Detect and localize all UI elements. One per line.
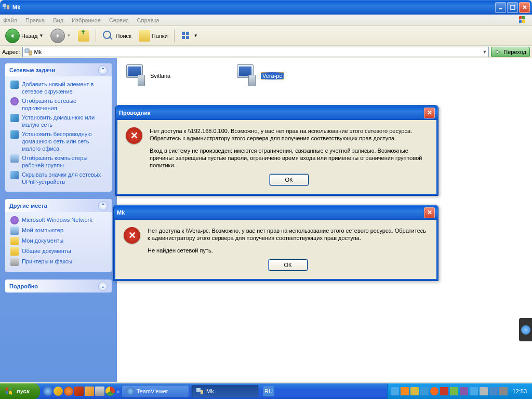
- svg-rect-4: [511, 5, 515, 9]
- address-icon: [24, 48, 33, 56]
- place-my-documents[interactable]: Мои документы: [10, 237, 107, 245]
- panel-header[interactable]: Сетевые задачи ⌃: [5, 63, 112, 76]
- close-button[interactable]: [519, 2, 530, 13]
- menu-file[interactable]: Файл: [3, 17, 17, 23]
- ok-button[interactable]: ОК: [270, 174, 309, 185]
- place-ms-network[interactable]: Microsoft Windows Network: [10, 216, 107, 224]
- volume-icon[interactable]: [480, 387, 488, 395]
- back-button[interactable]: Назад ▼: [2, 28, 46, 44]
- views-button[interactable]: ▼: [178, 29, 201, 43]
- start-button[interactable]: пуск: [0, 383, 40, 399]
- tray-icon[interactable]: [391, 387, 399, 395]
- task-show-workgroup[interactable]: Отобразить компьютеры рабочей группы: [10, 154, 107, 169]
- svg-rect-10: [29, 51, 32, 55]
- place-printers[interactable]: Принтеры и факсы: [10, 258, 107, 266]
- error-dialog-explorer: Проводник ✕ ✕ Нет доступа к \\192.168.0.…: [115, 105, 438, 196]
- panel-header[interactable]: Другие места ⌃: [5, 199, 112, 212]
- taskbar-teamviewer[interactable]: TeamViewer: [122, 385, 189, 397]
- ie-icon[interactable]: [43, 387, 52, 396]
- go-button[interactable]: Переход: [491, 47, 530, 57]
- tray-icon[interactable]: [450, 387, 458, 395]
- tray-icon[interactable]: [401, 387, 409, 395]
- task-hide-upnp[interactable]: Скрывать значки для сетевых UPnP-устройс…: [10, 171, 107, 185]
- teamviewer-widget[interactable]: [519, 318, 532, 341]
- details-panel: Подробно ⌄: [5, 280, 112, 292]
- dropdown-icon: ▼: [194, 33, 198, 38]
- chrome-icon[interactable]: [105, 387, 115, 396]
- chevron-right-icon[interactable]: »: [117, 389, 120, 394]
- task-label: Добавить новый элемент в сетевое окружен…: [22, 81, 107, 95]
- menu-edit[interactable]: Правка: [25, 17, 45, 23]
- svg-rect-6: [186, 32, 189, 35]
- dialog-close-button[interactable]: ✕: [424, 108, 435, 118]
- app-icon[interactable]: [54, 387, 63, 396]
- menu-favorites[interactable]: Избранное: [72, 17, 101, 23]
- taskbar: пуск » TeamViewer Mk RU 12:53: [0, 383, 532, 399]
- ok-button[interactable]: ОК: [269, 259, 308, 271]
- minimize-button[interactable]: [495, 2, 506, 13]
- tray-icon[interactable]: [430, 387, 438, 395]
- app-icon[interactable]: [85, 387, 94, 396]
- up-button[interactable]: [75, 29, 92, 43]
- views-icon: [181, 30, 192, 42]
- app-icon[interactable]: [95, 387, 104, 396]
- menu-view[interactable]: Вид: [53, 17, 63, 23]
- task-setup-wireless[interactable]: Установить беспроводную домашнюю сеть ил…: [10, 130, 107, 152]
- clock[interactable]: 12:53: [512, 388, 527, 394]
- tray-icon[interactable]: [499, 387, 508, 395]
- tray-icon[interactable]: [460, 387, 468, 395]
- folder-icon: [10, 237, 19, 245]
- teamviewer-icon: [521, 325, 530, 335]
- place-shared-documents[interactable]: Общие документы: [10, 247, 107, 256]
- upnp-icon: [10, 171, 19, 179]
- dialog-message-1: Нет доступа к \\192.168.0.100. Возможно,…: [150, 127, 428, 142]
- tray-icon[interactable]: [420, 387, 429, 395]
- dialog-titlebar[interactable]: Проводник ✕: [116, 105, 438, 120]
- workgroup-icon: [10, 154, 19, 163]
- place-label: Microsoft Windows Network: [22, 216, 92, 223]
- tray-icon[interactable]: [470, 387, 478, 395]
- toolbar: Назад ▼ ▼ Поиск Папки ▼: [0, 26, 532, 46]
- dialog-titlebar[interactable]: Mk ✕: [114, 205, 438, 220]
- place-my-computer[interactable]: Мой компьютер: [10, 227, 107, 235]
- network-tasks-panel: Сетевые задачи ⌃ Добавить новый элемент …: [5, 63, 112, 192]
- back-label: Назад: [21, 33, 38, 39]
- firefox-icon[interactable]: [64, 387, 73, 396]
- search-button[interactable]: Поиск: [99, 29, 134, 43]
- svg-rect-5: [182, 32, 185, 35]
- address-input[interactable]: Mk ▼: [22, 47, 489, 57]
- dropdown-icon: ▼: [66, 33, 71, 38]
- collapse-icon: ⌃: [98, 201, 108, 210]
- sidebar: Сетевые задачи ⌃ Добавить новый элемент …: [0, 58, 117, 382]
- panel-title: Другие места: [9, 203, 47, 209]
- go-label: Переход: [503, 49, 526, 55]
- window-titlebar: Mk: [0, 0, 532, 15]
- network-icon: [10, 81, 19, 89]
- tray-icon[interactable]: [410, 387, 419, 395]
- computer-icon: [122, 63, 147, 88]
- menu-tools[interactable]: Сервис: [109, 17, 129, 23]
- forward-button[interactable]: ▼: [47, 28, 74, 44]
- task-show-connections[interactable]: Отобразить сетевые подключения: [10, 97, 107, 112]
- panel-header[interactable]: Подробно ⌄: [5, 280, 112, 292]
- computer-svitlana[interactable]: Svitlana: [122, 63, 216, 88]
- task-setup-home-network[interactable]: Установить домашнюю или малую сеть: [10, 114, 107, 128]
- menu-help[interactable]: Справка: [137, 17, 159, 23]
- folders-button[interactable]: Папки: [136, 29, 171, 43]
- computer-vera-pc[interactable]: Vera-pc: [233, 63, 326, 88]
- tray-icon[interactable]: [489, 387, 498, 395]
- svg-point-2: [4, 7, 6, 9]
- tray-icon[interactable]: [440, 387, 448, 395]
- dialog-message-1: Нет доступа к \\Vera-pc. Возможно, у вас…: [148, 227, 428, 242]
- task-add-network-place[interactable]: Добавить новый элемент в сетевое окружен…: [10, 81, 107, 95]
- taskbar-mk[interactable]: Mk: [191, 385, 259, 397]
- dialog-title-text: Mk: [117, 209, 125, 216]
- maximize-button[interactable]: [507, 2, 518, 13]
- language-indicator[interactable]: RU: [263, 386, 274, 396]
- dialog-close-button[interactable]: ✕: [424, 207, 435, 218]
- task-label: TeamViewer: [137, 388, 168, 394]
- app-icon[interactable]: [74, 387, 84, 396]
- svg-rect-7: [182, 36, 185, 39]
- dropdown-icon[interactable]: ▼: [482, 49, 487, 55]
- teamviewer-icon: [126, 387, 135, 395]
